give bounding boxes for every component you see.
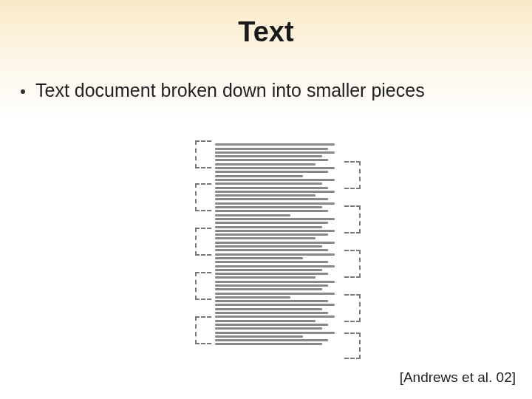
doc-text-line: [215, 269, 322, 271]
doc-text-line: [215, 257, 303, 259]
doc-text-line: [215, 179, 335, 181]
doc-text-line: [215, 281, 335, 283]
doc-text-line: [215, 261, 328, 263]
doc-text-line: [215, 308, 322, 310]
doc-text-line: [215, 214, 290, 216]
doc-text-line: [215, 304, 335, 306]
doc-text-line: [215, 198, 328, 200]
doc-text-line: [215, 343, 322, 345]
doc-text-line: [215, 226, 322, 228]
document-body: [213, 140, 343, 362]
doc-text-line: [215, 187, 328, 189]
document-segmentation-figure: [192, 140, 369, 362]
segment-bracket: [195, 272, 211, 300]
doc-text-line: [215, 151, 335, 154]
doc-text-line: [215, 171, 328, 173]
segment-bracket: [195, 183, 211, 211]
segment-bracket: [195, 140, 211, 168]
doc-text-line: [215, 339, 328, 341]
doc-text-line: [215, 148, 328, 150]
segment-bracket: [344, 332, 361, 359]
doc-text-line: [215, 210, 328, 212]
bullet-text: Text document broken down into smaller p…: [35, 79, 425, 101]
doc-text-line: [215, 276, 316, 279]
doc-text-line: [215, 155, 322, 157]
doc-text-line: [215, 288, 322, 290]
doc-text-line: [215, 206, 322, 208]
doc-text-line: [215, 293, 335, 295]
doc-text-line: [215, 143, 335, 146]
doc-text-line: [215, 312, 328, 314]
segment-bracket: [344, 161, 361, 189]
slide-title: Text: [0, 0, 532, 48]
doc-text-line: [215, 183, 322, 185]
doc-text-line: [215, 332, 335, 334]
doc-text-line: [215, 316, 335, 318]
doc-text-line: [215, 175, 303, 177]
doc-text-line: [215, 327, 322, 330]
doc-text-line: [215, 320, 316, 322]
segment-bracket: [344, 294, 361, 322]
segment-bracket: [344, 205, 361, 233]
doc-text-line: [215, 284, 328, 287]
bullet-icon: [21, 89, 25, 94]
doc-text-line: [215, 202, 335, 205]
doc-text-line: [215, 159, 328, 161]
doc-text-line: [215, 265, 335, 267]
doc-text-line: [215, 324, 328, 326]
doc-text-line: [215, 249, 328, 251]
doc-text-line: [215, 163, 316, 166]
doc-text-line: [215, 218, 335, 220]
doc-text-line: [215, 253, 335, 256]
doc-text-line: [215, 191, 335, 193]
doc-text-line: [215, 296, 290, 299]
doc-text-line: [215, 242, 335, 244]
segment-bracket: [344, 250, 361, 278]
doc-text-line: [215, 237, 316, 239]
citation-label: [Andrews et al. 02]: [400, 369, 516, 386]
doc-text-line: [215, 245, 322, 248]
doc-text-line: [215, 222, 328, 224]
doc-text-line: [215, 167, 335, 169]
doc-text-line: [215, 335, 303, 338]
doc-text-line: [215, 230, 335, 232]
segment-bracket: [195, 316, 211, 344]
doc-text-line: [215, 273, 328, 275]
doc-text-line: [215, 233, 328, 236]
bullet-item: Text document broken down into smaller p…: [0, 79, 532, 101]
doc-text-line: [215, 300, 328, 302]
doc-text-line: [215, 194, 316, 197]
segment-bracket: [195, 228, 211, 256]
